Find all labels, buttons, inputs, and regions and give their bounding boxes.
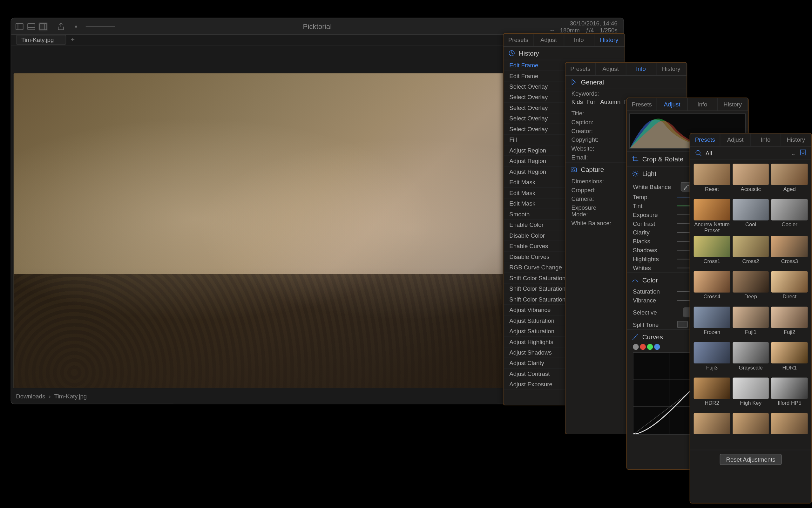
layout-left-icon[interactable]: [15, 22, 25, 31]
keywords-label: Keywords:: [565, 89, 686, 98]
tab-presets[interactable]: Presets: [504, 34, 534, 46]
panel-tabs: Presets Adjust Info History: [504, 34, 625, 47]
tab-history[interactable]: History: [718, 98, 748, 111]
preset-acoustic[interactable]: Acoustic: [733, 164, 769, 197]
split-tone-toggle[interactable]: [677, 321, 688, 328]
panel-tabs: Presets Adjust Info History: [627, 98, 748, 111]
preset-fuji1[interactable]: Fuji1: [733, 306, 769, 340]
add-tab-button[interactable]: +: [69, 36, 77, 44]
preset-cross2[interactable]: Cross2: [733, 236, 769, 269]
tab-adjust[interactable]: Adjust: [596, 62, 626, 75]
presets-category-bar[interactable]: All ⌄: [690, 146, 811, 160]
panel-tabs: Presets Adjust Info History: [690, 133, 811, 146]
general-header: General: [565, 76, 686, 89]
preset-andrew-nature-preset[interactable]: Andrew Nature Preset: [694, 199, 730, 234]
tab-adjust[interactable]: Adjust: [534, 34, 564, 46]
tab-info[interactable]: Info: [626, 62, 656, 75]
zoom-slider[interactable]: [86, 26, 115, 27]
preset-fuji3[interactable]: Fuji3: [694, 342, 730, 375]
preset-aged[interactable]: Aged: [771, 164, 808, 197]
svg-rect-2: [28, 23, 35, 30]
svg-point-13: [696, 150, 700, 155]
chevron-down-icon[interactable]: ⌄: [791, 149, 796, 157]
preset-ilford-hp5[interactable]: Ilford HP5: [771, 378, 808, 411]
metadata-readout: 30/10/2016, 14:46 --180mmƒ/41/250s: [550, 20, 617, 34]
svg-rect-4: [39, 23, 47, 30]
tab-history[interactable]: History: [656, 62, 686, 75]
app-title: Picktorial: [303, 22, 332, 31]
tab-presets[interactable]: Presets: [690, 133, 720, 146]
import-icon[interactable]: [800, 149, 807, 157]
preset-frozen[interactable]: Frozen: [694, 306, 730, 340]
panel-presets: Presets Adjust Info History All ⌄ ResetA…: [690, 133, 812, 504]
preset-cross4[interactable]: Cross4: [694, 271, 730, 304]
reset-adjustments-button[interactable]: Reset Adjustments: [720, 454, 782, 465]
svg-rect-8: [571, 168, 576, 172]
tab-history[interactable]: History: [594, 34, 625, 46]
tab-history[interactable]: History: [781, 133, 811, 146]
toolbar: Picktorial 30/10/2016, 14:46 --180mmƒ/41…: [11, 18, 623, 35]
preset-hdr2[interactable]: HDR2: [694, 378, 730, 411]
tab-info[interactable]: Info: [564, 34, 594, 46]
preset-cool[interactable]: Cool: [733, 199, 769, 234]
preset-cross3[interactable]: Cross3: [771, 236, 808, 269]
layout-bottom-icon[interactable]: [27, 22, 36, 31]
svg-point-10: [634, 172, 636, 175]
file-tab[interactable]: Tim-Katy.jpg: [16, 35, 66, 45]
preset-grayscale[interactable]: Grayscale: [733, 342, 769, 375]
svg-point-9: [573, 169, 575, 171]
share-icon[interactable]: [56, 22, 66, 31]
tab-presets[interactable]: Presets: [565, 62, 596, 75]
preset-hdr1[interactable]: HDR1: [771, 342, 808, 375]
zoom-dot-icon[interactable]: [74, 22, 84, 31]
breadcrumb[interactable]: DownloadsTim-Katy.jpg: [16, 393, 87, 399]
svg-point-6: [75, 26, 77, 28]
preset-item[interactable]: [733, 413, 769, 446]
tab-info[interactable]: Info: [751, 133, 781, 146]
panel-tabs: Presets Adjust Info History: [565, 62, 686, 76]
preset-cross1[interactable]: Cross1: [694, 236, 730, 269]
preset-item[interactable]: [771, 413, 808, 446]
tab-adjust[interactable]: Adjust: [721, 133, 751, 146]
tab-adjust[interactable]: Adjust: [657, 98, 687, 111]
preset-cooler[interactable]: Cooler: [771, 199, 808, 234]
preset-direct[interactable]: Direct: [771, 271, 808, 304]
preset-fuji2[interactable]: Fuji2: [771, 306, 808, 340]
tab-presets[interactable]: Presets: [627, 98, 657, 111]
layout-right-icon[interactable]: [38, 22, 48, 31]
preset-item[interactable]: [694, 413, 730, 446]
preset-high-key[interactable]: High Key: [733, 378, 769, 411]
svg-rect-0: [16, 23, 23, 30]
preset-reset[interactable]: Reset: [694, 164, 730, 197]
preset-deep[interactable]: Deep: [733, 271, 769, 304]
history-header: History: [504, 47, 625, 60]
tab-info[interactable]: Info: [687, 98, 718, 111]
presets-grid: ResetAcousticAgedAndrew Nature PresetCoo…: [690, 160, 811, 450]
